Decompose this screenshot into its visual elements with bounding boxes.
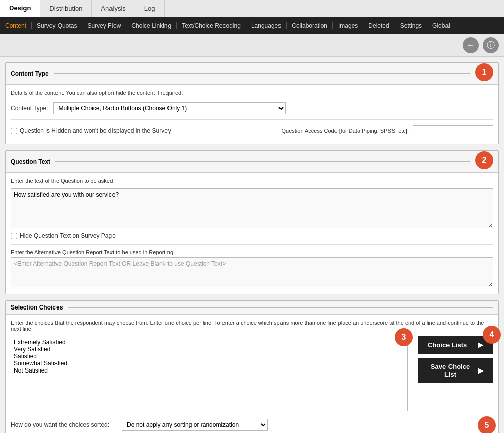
sort-row: How do you want the choices sorted: Do n… [11,419,493,431]
subnav-choice-linking[interactable]: Choice Linking [126,22,177,29]
selection-choices-header: Selection Choices [6,301,498,315]
subnav-collaboration[interactable]: Collaboration [287,22,333,29]
content-type-row: Content Type: Multiple Choice, Radio But… [11,100,493,117]
tab-log[interactable]: Log [135,0,165,17]
choice-lists-label: Choice Lists [428,341,467,349]
hide-question-text-label: Hide Question Text on Survey Page [20,232,116,239]
content-type-title: Content Type [11,70,49,77]
choices-textarea[interactable]: Extremely Satisfied Very Satisfied Satis… [11,336,408,411]
choice-lists-button[interactable]: Choice Lists ▶ [418,336,493,354]
question-text-title: Question Text [11,158,50,165]
subnav-survey-flow[interactable]: Survey Flow [82,22,126,29]
save-choice-list-label: Save Choice List [428,363,473,378]
subnav-survey-quotas[interactable]: Survey Quotas [32,22,82,29]
content-type-header: Content Type 1 [6,63,498,85]
selection-choices-section: Selection Choices Enter the choices that… [5,300,499,433]
back-button[interactable]: ← [463,37,479,53]
hidden-question-label: Question is Hidden and won't be displaye… [20,127,171,134]
question-text-body: Enter the text of the Question to be ask… [6,173,498,294]
subnav-settings[interactable]: Settings [395,22,427,29]
access-row: Question is Hidden and won't be displaye… [11,122,493,139]
subnav-global[interactable]: Global [427,22,455,29]
content-type-body: Details of the content. You can also opt… [6,85,498,144]
question-text-section: Question Text 2 Enter the text of the Qu… [5,150,499,294]
subnav-languages[interactable]: Languages [246,22,287,29]
hide-question-text-checkbox[interactable] [11,233,17,239]
access-code-row: Question Access Code [for Data Piping, S… [281,125,493,136]
subnav-deleted[interactable]: Deleted [363,22,395,29]
sorting-section: 5 How do you want the choices sorted: Do… [11,419,493,433]
sub-navigation: Content Survey Quotas Survey Flow Choice… [0,17,504,34]
hide-question-text-row: Hide Question Text on Survey Page [11,230,493,242]
content-type-label: Content Type: [11,105,48,112]
content-type-section: Content Type 1 Details of the content. Y… [5,62,499,144]
step-2-circle: 2 [475,151,493,169]
content-type-select[interactable]: Multiple Choice, Radio Buttons (Choose O… [53,102,286,114]
tab-analysis[interactable]: Analysis [92,0,135,17]
sorting-select[interactable]: Do not apply any sorting or randomizatio… [122,419,268,431]
alt-report-label: Enter the Alternative Question Report Te… [11,249,493,255]
step-4-circle: 4 [483,326,501,344]
subnav-images[interactable]: Images [333,22,363,29]
choices-desc: Enter the choices that the respondent ma… [11,320,493,332]
question-text-input[interactable]: How satisfied are you with our service? [11,188,493,228]
hidden-question-checkbox[interactable] [11,128,17,134]
choice-lists-arrow-icon: ▶ [478,341,483,349]
step-3-circle: 3 [395,328,413,346]
step-5-circle: 5 [478,416,496,433]
subnav-text-choice-recoding[interactable]: Text/Choice Recoding [177,22,246,29]
choices-layout: 3 Extremely Satisfied Very Satisfied Sat… [11,336,493,413]
choices-actions: 4 Choice Lists ▶ Save Choice List ▶ [418,336,493,383]
question-text-header: Question Text 2 [6,151,498,173]
save-choice-list-arrow-icon: ▶ [478,366,483,375]
save-choice-list-button[interactable]: Save Choice List ▶ [418,358,493,383]
top-tab-bar: Design Distribution Analysis Log [0,0,504,17]
access-code-label: Question Access Code [for Data Piping, S… [281,128,409,134]
selection-choices-body: Enter the choices that the respondent ma… [6,315,498,433]
tab-distribution[interactable]: Distribution [40,0,92,17]
sorting-label: How do you want the choices sorted: [11,421,117,428]
toolbar: ← ⓘ [0,34,504,57]
hidden-question-row: Question is Hidden and won't be displaye… [11,127,171,134]
content-type-desc: Details of the content. You can also opt… [11,90,493,96]
subnav-content[interactable]: Content [5,22,32,29]
question-text-desc: Enter the text of the Question to be ask… [11,178,493,184]
main-content: Content Type 1 Details of the content. Y… [0,57,504,433]
step-1-circle: 1 [475,63,493,81]
selection-choices-title: Selection Choices [11,304,63,311]
info-button[interactable]: ⓘ [483,37,499,53]
choices-textarea-wrap: 3 Extremely Satisfied Very Satisfied Sat… [11,336,408,413]
alt-report-input[interactable]: <Enter Alternative Question Report Text … [11,257,493,287]
tab-design[interactable]: Design [0,0,40,17]
access-code-input[interactable] [413,125,493,136]
